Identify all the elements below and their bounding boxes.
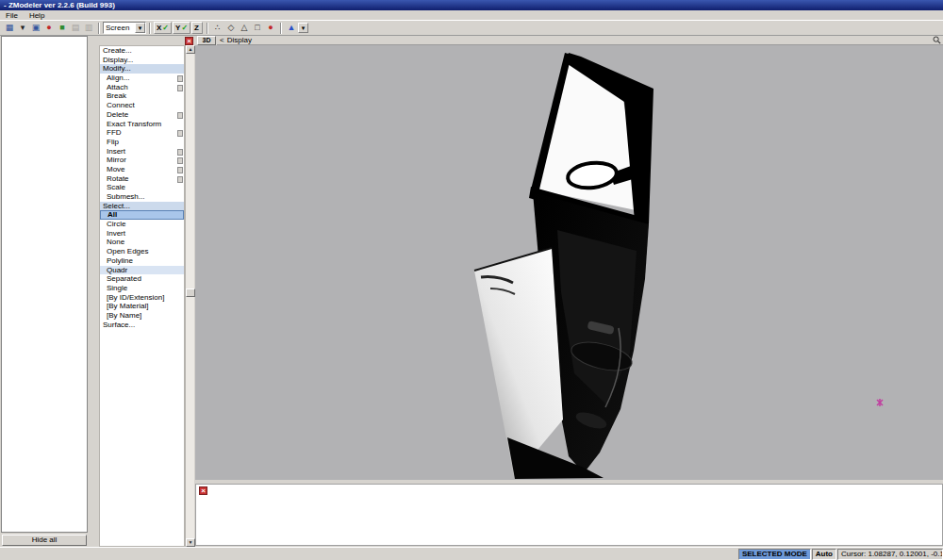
bottom-panel[interactable] [195, 484, 943, 546]
command-item[interactable]: Single [100, 284, 184, 293]
vertices-mode-icon[interactable]: ∴ [211, 22, 224, 34]
command-item[interactable]: Exact Transform [100, 120, 184, 129]
axis-toggle[interactable]: Z [191, 22, 203, 34]
close-icon[interactable] [185, 37, 193, 45]
light-cone-icon[interactable]: ▲ [285, 22, 298, 34]
grid-dropdown-arrow-icon[interactable]: ▾ [16, 22, 29, 34]
objects-mode-icon[interactable]: □ [251, 22, 264, 34]
command-item[interactable]: Insert [100, 147, 184, 156]
scroll-up-icon[interactable]: ▲ [186, 45, 195, 54]
close-icon[interactable] [199, 486, 207, 495]
command-item[interactable]: Delete [100, 110, 184, 120]
command-item[interactable]: Rotate [100, 174, 184, 184]
command-item[interactable]: Scale [100, 183, 184, 192]
viewport-header-icons [933, 36, 943, 44]
command-panel: Create...Display...Modify...Align...Atta… [99, 45, 185, 547]
apps-grid-icon[interactable]: ▦ [3, 22, 16, 34]
command-item[interactable]: Select... [100, 202, 184, 211]
command-item[interactable]: Open Edges [100, 247, 184, 256]
cursor-coordinates: Cursor: 1.08287, 0.12001, -0.134 [837, 549, 943, 560]
open-disabled-icon[interactable]: ▤ [69, 22, 82, 34]
scroll-down-icon[interactable]: ▼ [186, 538, 195, 547]
command-item[interactable]: Create... [100, 46, 184, 56]
status-bar: SELECTED MODE Auto Cursor: 1.08287, 0.12… [0, 547, 943, 560]
command-item[interactable]: Mirror [100, 156, 184, 165]
screen-select[interactable]: Screen ▾ [103, 22, 146, 34]
menu-item[interactable]: Help [24, 10, 50, 21]
command-item[interactable]: Quadr [100, 266, 184, 275]
car-door-model [195, 45, 943, 480]
viewport-mode-label: Display [227, 36, 933, 45]
title-bar: - ZModeler ver 2.2.6 (Build 993) [0, 0, 943, 10]
toolbar: ▦▾▣●■▤▥ Screen ▾ X✓Y✓Z ∴◇△□● ▲ ▾ [0, 21, 943, 36]
scrollbar[interactable]: ▲ ▼ [185, 45, 194, 547]
axis-toggle[interactable]: X✓ [154, 22, 172, 34]
axis-toggle-group: X✓Y✓Z [154, 22, 204, 34]
command-item[interactable]: Flip [100, 138, 184, 147]
check-icon: ✓ [181, 24, 188, 32]
toolbar-separator [207, 23, 208, 34]
command-item[interactable]: Invert [100, 229, 184, 239]
axis-label: Y [175, 24, 180, 32]
command-item[interactable]: [By ID/Extension] [100, 293, 184, 303]
faces-mode-icon[interactable]: △ [238, 22, 251, 34]
command-item[interactable]: Align... [100, 74, 184, 83]
command-item[interactable]: Move [100, 165, 184, 174]
command-item[interactable]: Break [100, 91, 184, 101]
command-item[interactable]: [By Material] [100, 302, 184, 311]
viewport-canvas[interactable] [195, 45, 943, 480]
edges-mode-icon[interactable]: ◇ [224, 22, 238, 34]
command-item[interactable]: Connect [100, 101, 184, 110]
record-sphere-icon[interactable]: ● [42, 22, 56, 34]
menu-item[interactable]: File [0, 10, 24, 21]
toolbar-separator [149, 23, 151, 34]
toolbar-separator [280, 23, 282, 34]
menu-bar: FileHelp [0, 10, 943, 21]
command-item[interactable]: Display... [100, 56, 184, 65]
mode-icon-group: ∴◇△□● [211, 22, 277, 34]
hide-all-button[interactable]: Hide all [2, 535, 87, 546]
window-title: - ZModeler ver 2.2.6 (Build 993) [4, 1, 115, 9]
toolbar-file-group: ▦▾▣●■▤▥ [3, 22, 95, 34]
viewport-header: < Display [217, 36, 943, 45]
magnifier-icon[interactable] [933, 36, 941, 44]
viewport-tab-3d[interactable]: 3D [197, 36, 216, 45]
command-item[interactable]: Submesh... [100, 192, 184, 202]
toolbar-separator [98, 23, 100, 34]
light-tool-group: ▲ ▾ [285, 22, 308, 34]
axis-toggle[interactable]: Y✓ [173, 22, 190, 34]
axis-label: X [157, 24, 161, 32]
command-item[interactable]: Modify... [100, 64, 184, 74]
chevron-down-icon[interactable]: ▾ [298, 23, 308, 33]
pivot-marker [877, 399, 883, 406]
axis-label: Z [194, 24, 199, 32]
auto-toggle[interactable]: Auto [812, 549, 836, 560]
save-disabled-icon[interactable]: ▥ [82, 22, 95, 34]
command-item[interactable]: [By Name] [100, 311, 184, 321]
command-item[interactable]: Attach [100, 83, 184, 92]
chevron-left-icon[interactable]: < [217, 36, 227, 45]
command-item[interactable]: Separated [100, 274, 184, 284]
command-item[interactable]: Surface... [100, 321, 184, 330]
command-item[interactable]: None [100, 238, 184, 247]
command-item[interactable]: Circle [100, 220, 184, 229]
selected-mode-toggle[interactable]: SELECTED MODE [738, 549, 811, 560]
command-item[interactable]: FFD [100, 128, 184, 138]
check-icon: ✓ [162, 24, 169, 32]
command-item[interactable]: All [100, 210, 184, 220]
material-sphere-icon[interactable]: ● [264, 22, 277, 34]
command-item[interactable]: Polyline [100, 256, 184, 266]
objects-panel[interactable] [1, 36, 88, 533]
screen-select-value: Screen [104, 24, 135, 32]
display-window-icon[interactable]: ▣ [29, 22, 42, 34]
chevron-down-icon[interactable]: ▾ [135, 23, 145, 33]
scrollbar-thumb[interactable] [186, 288, 195, 297]
package-icon[interactable]: ■ [56, 22, 69, 34]
